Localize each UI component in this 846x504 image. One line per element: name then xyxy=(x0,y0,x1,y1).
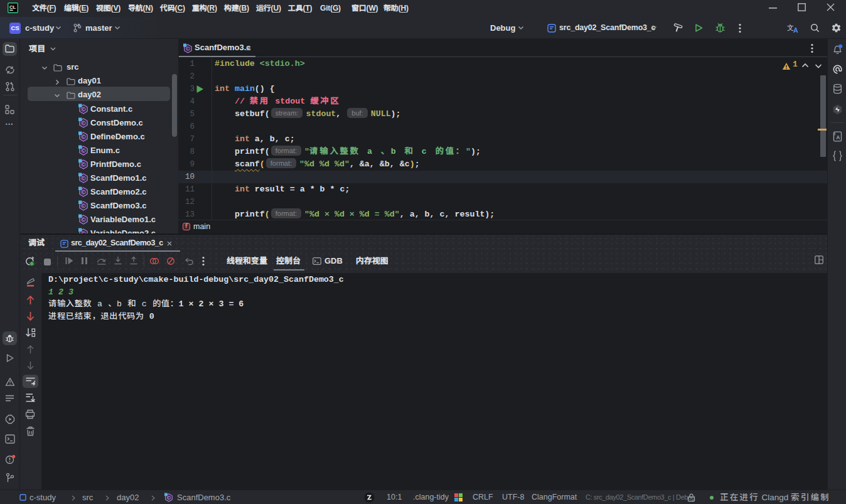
svg-text:A: A xyxy=(836,134,840,141)
svg-text:CL: CL xyxy=(9,4,16,10)
svg-text:A: A xyxy=(793,26,798,33)
